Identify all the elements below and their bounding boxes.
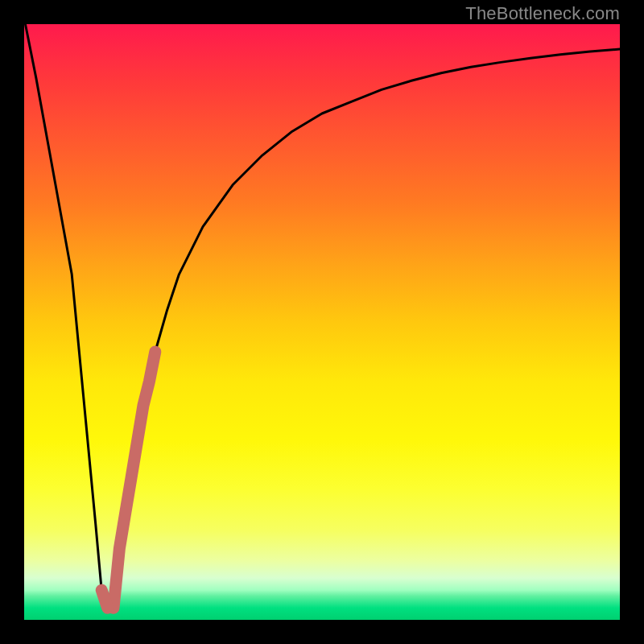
plot-area	[24, 24, 620, 620]
highlight-segment	[114, 352, 155, 608]
highlight-anchor	[101, 590, 107, 608]
watermark-label: TheBottleneck.com	[465, 3, 620, 24]
bottleneck-curve	[24, 24, 620, 608]
curve-layer	[24, 24, 620, 620]
chart-frame: TheBottleneck.com	[0, 0, 644, 644]
